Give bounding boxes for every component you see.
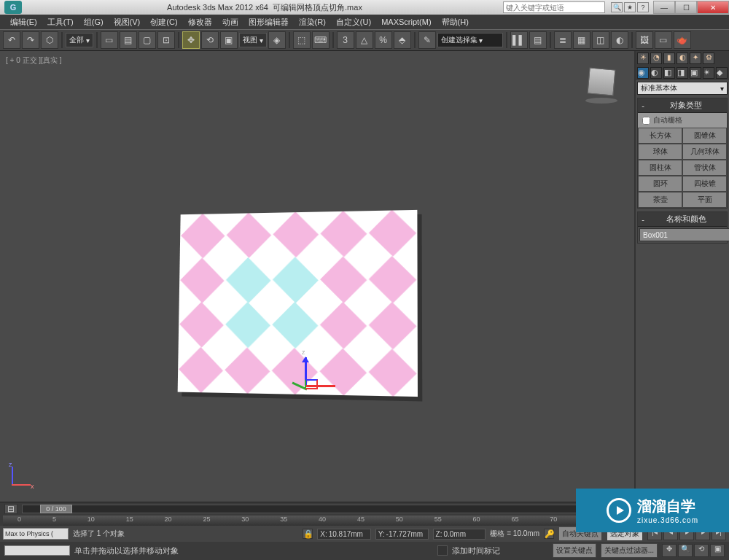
nav-pan-button[interactable]: ✥	[662, 544, 677, 557]
menu-maxscript[interactable]: MAXScript(M)	[377, 16, 435, 28]
hierarchy-tab[interactable]: ◧	[663, 67, 675, 79]
add-time-tag[interactable]: 添加时间标记	[452, 545, 500, 556]
viewcube[interactable]	[583, 66, 620, 102]
compass-icon[interactable]: ◔	[650, 52, 662, 64]
title-icon-group: 🔍 ★ ?	[611, 2, 649, 12]
lock-selection-icon[interactable]: 🔒	[303, 529, 313, 539]
menu-rendering[interactable]: 渲染(R)	[295, 15, 330, 29]
y-coord[interactable]: Y:	[375, 529, 429, 540]
viewport-label[interactable]: [ + 0 正交 ][真实 ]	[6, 55, 61, 66]
transform-gizmo[interactable]: z	[284, 357, 328, 401]
menu-customize[interactable]: 自定义(U)	[332, 15, 375, 29]
menu-edit[interactable]: 编辑(E)	[6, 15, 42, 29]
extra-tab[interactable]: ◆	[716, 67, 728, 79]
menu-modifiers[interactable]: 修改器	[184, 15, 217, 29]
render-button[interactable]: 🫖	[674, 31, 691, 49]
modify-tab[interactable]: ◐	[650, 67, 662, 79]
pivot-button[interactable]: ◈	[268, 31, 286, 49]
geosphere-button[interactable]: 几何球体	[682, 144, 727, 160]
select-region-button[interactable]: ▢	[139, 31, 156, 49]
help-icon[interactable]: ?	[637, 2, 649, 12]
scale-button[interactable]: ▣	[220, 31, 238, 49]
nav-orbit-button[interactable]: ⟲	[694, 544, 709, 557]
material-editor-button[interactable]: ◐	[611, 31, 628, 49]
ref-coord-dropdown[interactable]: 视图 ▾	[239, 33, 267, 47]
set-key-button[interactable]: 设置关键点	[553, 543, 596, 558]
time-slider-frame[interactable]: 0 / 100	[40, 505, 72, 513]
object-type-rollout-header[interactable]: -对象类型	[638, 98, 727, 113]
auto-grid-checkbox[interactable]: 自动栅格	[638, 113, 727, 128]
redo-button[interactable]: ↷	[22, 31, 39, 49]
util-icon[interactable]: ⚙	[703, 52, 714, 64]
maximize-button[interactable]: ☐	[675, 1, 697, 14]
rotate-button[interactable]: ⟲	[201, 31, 219, 49]
curve-editor-button[interactable]: ▦	[573, 31, 590, 49]
mirror-button[interactable]: ▌▌	[510, 31, 528, 49]
schematic-button[interactable]: ◫	[592, 31, 609, 49]
menu-create[interactable]: 创建(C)	[146, 15, 182, 29]
create-tab[interactable]: ◉	[637, 67, 649, 79]
edit-named-sel-button[interactable]: ✎	[418, 31, 436, 49]
sphere-button[interactable]: 球体	[638, 144, 682, 160]
move-button[interactable]: ✥	[182, 31, 200, 49]
box-button[interactable]: 长方体	[638, 128, 682, 144]
select-name-button[interactable]: ▤	[120, 31, 137, 49]
align-button[interactable]: ▤	[529, 31, 547, 49]
hammer-icon[interactable]: ▮	[663, 52, 675, 64]
name-color-rollout-header[interactable]: -名称和颜色	[638, 212, 727, 227]
watermark: 溜溜自学 zixue.3d66.com	[576, 489, 729, 532]
window-crossing-button[interactable]: ⊡	[157, 31, 175, 49]
tag-icon[interactable]	[437, 545, 448, 556]
key-icon[interactable]: 🔑	[544, 529, 554, 539]
angle-snap-button[interactable]: △	[356, 31, 373, 49]
viewport[interactable]: [ + 0 正交 ][真实 ] z z x	[0, 51, 634, 502]
display-icon[interactable]: ◐	[677, 52, 688, 64]
key-filters-button[interactable]: 关键点过滤器...	[601, 543, 658, 558]
menu-help[interactable]: 帮助(H)	[437, 15, 473, 29]
wrench-icon[interactable]: ✦	[690, 52, 701, 64]
render-setup-button[interactable]: 🖼	[636, 31, 653, 49]
render-frame-button[interactable]: ▭	[655, 31, 672, 49]
nav-max-button[interactable]: ▣	[710, 544, 725, 557]
panel-category-tabs: ◉ ◐ ◧ ◨ ▣ ✴ ◆	[636, 66, 729, 80]
menu-animation[interactable]: 动画	[218, 15, 243, 29]
nav-zoom-button[interactable]: 🔍	[678, 544, 693, 557]
snap-button[interactable]: 3	[337, 31, 354, 49]
object-type-dropdown[interactable]: 标准基本体▾	[637, 82, 728, 95]
undo-button[interactable]: ↶	[3, 31, 20, 49]
search-icon[interactable]: 🔍	[611, 2, 623, 12]
display-tab2[interactable]: ▣	[690, 67, 701, 79]
link-button[interactable]: ⬡	[41, 31, 58, 49]
teapot-button[interactable]: 茶壶	[638, 192, 682, 208]
plane-button[interactable]: 平面	[682, 192, 727, 208]
motion-tab[interactable]: ◨	[677, 67, 688, 79]
close-button[interactable]: ✕	[697, 1, 729, 14]
z-coord[interactable]: Z:	[433, 529, 486, 540]
menu-tools[interactable]: 工具(T)	[43, 15, 78, 29]
cylinder-button[interactable]: 圆柱体	[638, 160, 682, 176]
keyboard-button[interactable]: ⌨	[312, 31, 330, 49]
x-coord[interactable]: X:	[317, 529, 370, 540]
spinner-snap-button[interactable]: ⬘	[394, 31, 411, 49]
percent-snap-button[interactable]: %	[375, 31, 392, 49]
pyramid-button[interactable]: 四棱锥	[682, 176, 727, 192]
select-button[interactable]: ▭	[101, 31, 118, 49]
object-name-input[interactable]	[639, 228, 729, 241]
tube-button[interactable]: 管状体	[682, 160, 727, 176]
minimize-button[interactable]: —	[653, 1, 675, 14]
timeline-toggle-icon[interactable]: ⊟	[4, 504, 17, 514]
cone-button[interactable]: 圆锥体	[682, 128, 727, 144]
main-toolbar: ↶ ↷ ⬡ 全部 ▾ ▭ ▤ ▢ ⊡ ✥ ⟲ ▣ 视图 ▾ ◈ ⬚ ⌨ 3 △ …	[0, 29, 729, 51]
manipulate-button[interactable]: ⬚	[293, 31, 311, 49]
help-search-input[interactable]	[503, 1, 605, 13]
favorite-icon[interactable]: ★	[624, 2, 636, 12]
menu-graph-editors[interactable]: 图形编辑器	[244, 15, 293, 29]
layers-button[interactable]: ≣	[554, 31, 572, 49]
selection-filter-dropdown[interactable]: 全部 ▾	[66, 33, 93, 47]
named-selection-dropdown[interactable]: 创建选择集 ▾	[437, 33, 503, 47]
torus-button[interactable]: 圆环	[638, 176, 682, 192]
utilities-tab[interactable]: ✴	[703, 67, 714, 79]
lamp-icon[interactable]: ☀	[637, 52, 649, 64]
menu-views[interactable]: 视图(V)	[109, 15, 145, 29]
menu-group[interactable]: 组(G)	[79, 15, 108, 29]
